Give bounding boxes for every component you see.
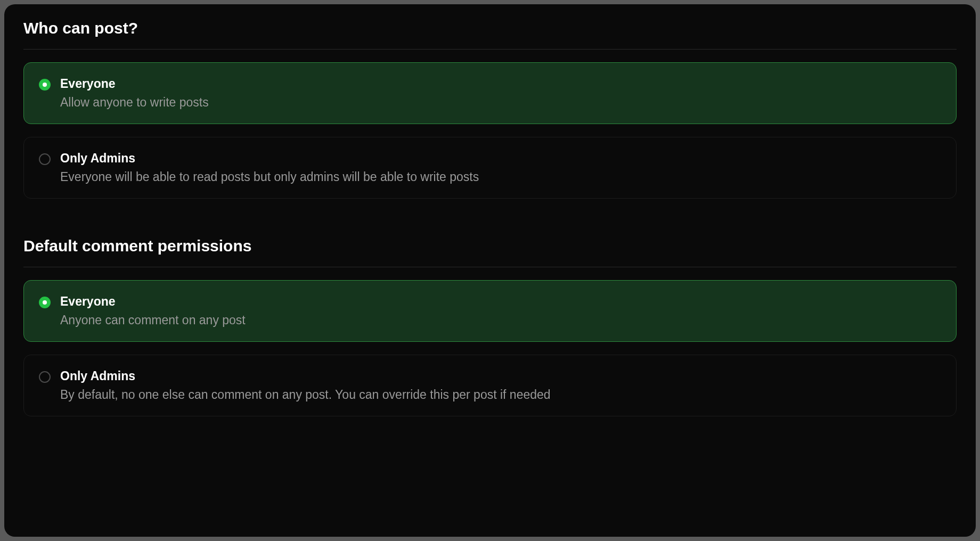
comments-title: Default comment permissions [23, 237, 957, 267]
option-content: Only Admins Everyone will be able to rea… [60, 151, 479, 184]
radio-icon [39, 297, 51, 308]
posting-section: Who can post? Everyone Allow anyone to w… [23, 19, 957, 199]
option-content: Everyone Allow anyone to write posts [60, 77, 209, 110]
radio-icon [39, 79, 51, 91]
posting-option-everyone[interactable]: Everyone Allow anyone to write posts [23, 62, 957, 124]
comments-option-admins[interactable]: Only Admins By default, no one else can … [23, 355, 957, 416]
posting-option-admins[interactable]: Only Admins Everyone will be able to rea… [23, 137, 957, 199]
option-desc: By default, no one else can comment on a… [60, 388, 551, 402]
option-content: Only Admins By default, no one else can … [60, 369, 551, 402]
comments-option-everyone[interactable]: Everyone Anyone can comment on any post [23, 280, 957, 342]
option-label: Everyone [60, 294, 246, 309]
option-content: Everyone Anyone can comment on any post [60, 294, 246, 327]
option-desc: Everyone will be able to read posts but … [60, 170, 479, 184]
settings-panel: Who can post? Everyone Allow anyone to w… [4, 4, 976, 537]
option-label: Only Admins [60, 369, 551, 383]
option-desc: Allow anyone to write posts [60, 95, 209, 110]
radio-icon [39, 153, 51, 165]
posting-title: Who can post? [23, 19, 957, 50]
option-label: Everyone [60, 77, 209, 91]
option-desc: Anyone can comment on any post [60, 313, 246, 327]
option-label: Only Admins [60, 151, 479, 166]
radio-icon [39, 371, 51, 383]
comments-section: Default comment permissions Everyone Any… [23, 237, 957, 416]
